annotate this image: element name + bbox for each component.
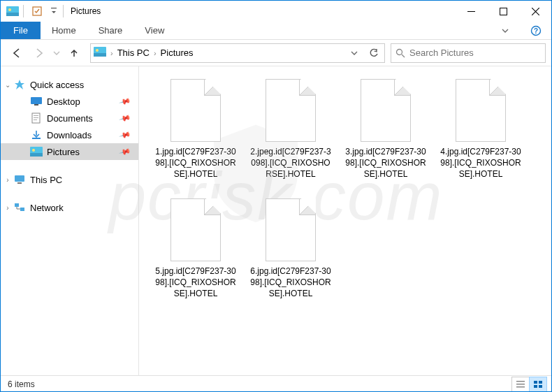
breadcrumb-part[interactable]: Pictures — [161, 48, 194, 58]
pin-icon: 📌 — [119, 95, 132, 108]
desktop-icon — [30, 96, 43, 107]
file-tab[interactable]: File — [1, 22, 41, 39]
minimize-button[interactable] — [455, 1, 487, 22]
ribbon-tab-view[interactable]: View — [133, 22, 175, 39]
back-button[interactable] — [6, 43, 27, 64]
qat-properties[interactable] — [27, 1, 48, 21]
chevron-right-icon[interactable]: › — [3, 204, 12, 212]
window-title: Pictures — [71, 6, 101, 16]
sidebar-item-label: Pictures — [47, 147, 80, 157]
svg-rect-29 — [516, 386, 525, 388]
address-bar[interactable]: › This PC › Pictures — [90, 43, 385, 63]
file-name: 6.jpg.id[C279F237-3098].[ICQ_RIXOSHORSE]… — [249, 266, 332, 300]
svg-rect-5 — [467, 11, 475, 12]
file-icon — [170, 79, 221, 142]
file-icon — [170, 198, 221, 261]
ribbon-tab-share[interactable]: Share — [87, 22, 134, 39]
svg-rect-32 — [534, 385, 537, 388]
file-item[interactable]: 2.jpeg.id[C279F237-3098].[ICQ_RIXOSHORSE… — [249, 79, 332, 180]
chevron-right-icon: › — [154, 49, 157, 57]
svg-rect-6 — [500, 8, 507, 15]
qat-separator-2 — [63, 5, 64, 17]
svg-point-2 — [8, 8, 11, 11]
svg-rect-17 — [34, 117, 38, 118]
file-item[interactable]: 1.jpg.id[C279F237-3098].[ICQ_RIXOSHORSE]… — [154, 79, 237, 180]
file-item[interactable]: 5.jpg.id[C279F237-3098].[ICQ_RIXOSHORSE]… — [154, 198, 237, 300]
svg-rect-31 — [539, 381, 542, 384]
file-item[interactable]: 6.jpg.id[C279F237-3098].[ICQ_RIXOSHORSE]… — [249, 198, 332, 300]
chevron-right-icon: › — [110, 49, 113, 57]
svg-rect-4 — [51, 8, 57, 8]
sidebar-this-pc[interactable]: › This PC — [1, 171, 138, 188]
file-list[interactable]: 1.jpg.id[C279F237-3098].[ICQ_RIXOSHORSE]… — [139, 66, 551, 375]
ribbon-expand-button[interactable] — [490, 22, 521, 40]
svg-rect-14 — [34, 104, 38, 106]
refresh-button[interactable] — [365, 45, 383, 61]
svg-rect-26 — [20, 208, 24, 211]
file-name: 2.jpeg.id[C279F237-3098].[ICQ_RIXOSHORSE… — [249, 146, 332, 180]
file-icon — [266, 198, 316, 261]
forward-button[interactable] — [29, 43, 50, 64]
search-input[interactable] — [409, 48, 541, 58]
file-name: 3.jpg.id[C279F237-3098].[ICQ_RIXOSHORSE]… — [344, 146, 427, 180]
close-button[interactable] — [519, 1, 551, 22]
pictures-icon — [30, 146, 43, 157]
documents-icon — [30, 112, 43, 124]
file-name: 5.jpg.id[C279F237-3098].[ICQ_RIXOSHORSE]… — [154, 266, 237, 300]
sidebar-item-label: Quick access — [30, 80, 84, 90]
network-icon — [13, 202, 26, 213]
svg-rect-21 — [30, 153, 43, 157]
sidebar-item-label: Desktop — [47, 96, 80, 107]
item-count: 6 items — [8, 379, 35, 389]
sidebar-item-downloads[interactable]: Downloads 📌 — [1, 126, 138, 143]
recent-dropdown[interactable] — [51, 43, 62, 64]
app-icon — [5, 3, 20, 19]
details-view-button[interactable] — [511, 377, 530, 392]
qat-separator — [23, 5, 24, 17]
sidebar-item-label: This PC — [30, 175, 62, 185]
navigation-pane: ⌄ Quick access Desktop 📌 Documents 📌 Dow… — [1, 66, 139, 375]
maximize-button[interactable] — [487, 1, 519, 22]
sidebar-item-pictures[interactable]: Pictures 📌 — [1, 143, 138, 160]
svg-rect-18 — [34, 119, 37, 120]
pin-icon: 📌 — [119, 129, 132, 141]
sidebar-item-desktop[interactable]: Desktop 📌 — [1, 93, 138, 110]
help-button[interactable]: ? — [521, 22, 551, 40]
svg-rect-13 — [31, 97, 42, 104]
svg-rect-19 — [32, 138, 41, 139]
location-icon — [94, 47, 106, 59]
ribbon: File Home Share View ? — [1, 22, 551, 40]
file-icon — [361, 79, 411, 142]
sidebar-item-label: Downloads — [47, 130, 92, 140]
file-item[interactable]: 4.jpg.id[C279F237-3098].[ICQ_RIXOSHORSE]… — [440, 79, 522, 180]
qat-dropdown[interactable] — [48, 1, 60, 21]
svg-rect-23 — [15, 175, 24, 182]
downloads-icon — [30, 129, 43, 140]
address-dropdown[interactable] — [345, 45, 363, 61]
search-box[interactable] — [391, 43, 546, 63]
pin-icon: 📌 — [119, 145, 132, 158]
main-area: ⌄ Quick access Desktop 📌 Documents 📌 Dow… — [1, 66, 551, 375]
file-item[interactable]: 3.jpg.id[C279F237-3098].[ICQ_RIXOSHORSE]… — [344, 79, 427, 180]
status-bar: 6 items — [1, 375, 551, 392]
sidebar-item-documents[interactable]: Documents 📌 — [1, 110, 138, 126]
sidebar-item-label: Network — [30, 203, 64, 213]
sidebar-network[interactable]: › Network — [1, 199, 138, 216]
up-button[interactable] — [64, 43, 85, 64]
svg-point-12 — [397, 49, 402, 55]
breadcrumb-part[interactable]: This PC — [117, 48, 150, 58]
ribbon-tab-home[interactable]: Home — [41, 22, 87, 39]
file-icon — [456, 79, 506, 142]
svg-rect-30 — [534, 381, 537, 384]
svg-rect-28 — [516, 384, 525, 385]
sidebar-item-label: Documents — [47, 113, 93, 124]
svg-rect-1 — [6, 13, 19, 16]
svg-rect-27 — [516, 381, 525, 382]
svg-rect-16 — [34, 115, 38, 116]
svg-rect-25 — [15, 203, 19, 207]
search-icon — [395, 48, 405, 58]
sidebar-quick-access[interactable]: ⌄ Quick access — [1, 76, 138, 93]
chevron-right-icon[interactable]: › — [3, 176, 12, 184]
icons-view-button[interactable] — [529, 377, 547, 392]
chevron-down-icon[interactable]: ⌄ — [3, 81, 12, 89]
